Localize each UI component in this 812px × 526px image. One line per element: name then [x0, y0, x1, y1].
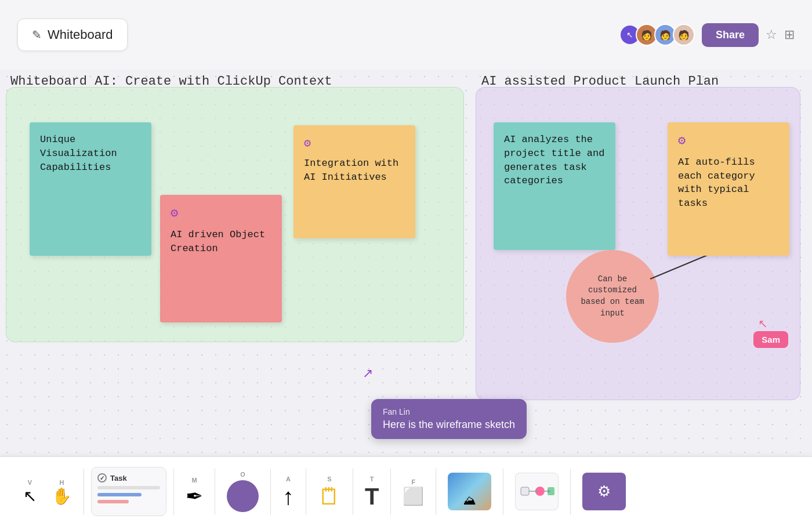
sticky-note-teal-1[interactable]: Unique Visualization Capabilities — [30, 122, 151, 256]
avatar-3: 🧑 — [673, 24, 695, 46]
circle-note: Can be customized based on team input — [566, 250, 659, 343]
toolbar-group-frame: F ⬜ — [391, 469, 436, 515]
toolbar-group-select: V ↖ H ✋ — [12, 469, 84, 515]
toolbar-group-shape: O — [215, 469, 271, 515]
toolbar-group-text: T T — [353, 469, 391, 515]
ai-tool-button[interactable]: ⚙ — [578, 469, 630, 514]
flow-preview — [515, 473, 559, 510]
marker-tool-button[interactable]: M ✒ — [181, 473, 208, 510]
circle-text: Can be customized based on team input — [575, 274, 650, 319]
whiteboard-title-button[interactable]: ✎ Whiteboard — [17, 19, 128, 51]
star-button[interactable]: ☆ — [766, 27, 777, 42]
header-right: ↖ 🧑 🧑 🧑 Share ☆ ⊞ — [621, 23, 795, 47]
svg-rect-2 — [521, 487, 529, 495]
toolbar-group-task: ✓ Task — [84, 469, 174, 515]
pink-cursor-icon: ↖ — [758, 317, 768, 331]
canvas[interactable]: Whiteboard AI: Create with ClickUp Conte… — [0, 70, 812, 456]
purple-group: AI analyzes the project title and genera… — [476, 87, 800, 400]
sticky-text: Integration with AI Initiatives — [304, 158, 398, 183]
task-bar-2 — [97, 493, 142, 496]
cursor-arrow-purple: ↗ — [362, 366, 373, 381]
more-options-button[interactable]: ⊞ — [784, 27, 795, 42]
circle-icon — [227, 480, 259, 512]
share-button[interactable]: Share — [702, 23, 759, 47]
sticky-note-orange-2[interactable]: ⚙ AI auto-fills each category with typic… — [668, 122, 789, 256]
flow-tool-button[interactable] — [510, 469, 563, 514]
toolbar-group-sticky: S 🗒 — [306, 469, 353, 515]
toolbar-group-flow — [503, 469, 571, 515]
sticky-note-orange-1[interactable]: ⚙ Integration with AI Initiatives — [293, 125, 415, 238]
sticky-text: Unique Visualization Capabilities — [40, 134, 117, 173]
ai-tool-icon: ⚙ — [582, 473, 626, 510]
hand-tool-button[interactable]: H ✋ — [47, 476, 77, 508]
cursor-tooltip: Fan Lin Here is the wireframe sketch — [371, 399, 527, 439]
sam-label: Sam — [753, 331, 788, 348]
toolbar-group-arrow: A ↑ — [271, 469, 306, 515]
toolbar-group-ai: ⚙ — [571, 469, 637, 515]
text-tool-button[interactable]: T T — [360, 472, 383, 512]
toolbar: V ↖ H ✋ ✓ Task M ✒ O — [0, 456, 812, 526]
select-tool-button[interactable]: V ↖ — [19, 476, 41, 508]
task-label: Task — [110, 474, 127, 483]
task-bar-3 — [97, 500, 129, 503]
image-preview — [448, 473, 491, 510]
task-bar-1 — [97, 486, 160, 489]
task-tool-button[interactable]: ✓ Task — [91, 467, 166, 516]
sticky-text: AI analyzes the project title and genera… — [504, 134, 604, 186]
sticky-tool-button[interactable]: S 🗒 — [313, 472, 346, 512]
ai-icon-orange: ⚙ — [304, 136, 405, 152]
image-tool-button[interactable] — [443, 469, 496, 514]
ai-icon-orange2: ⚙ — [678, 133, 779, 151]
check-icon: ✓ — [97, 473, 107, 483]
green-group: Unique Visualization Capabilities ⚙ AI d… — [6, 87, 464, 342]
sticky-note-teal-2[interactable]: AI analyzes the project title and genera… — [494, 122, 615, 250]
tooltip-message: Here is the wireframe sketch — [383, 419, 515, 431]
toolbar-group-marker: M ✒ — [174, 469, 215, 515]
shape-tool-button[interactable]: O — [222, 467, 263, 516]
header: ✎ Whiteboard ↖ 🧑 🧑 🧑 Share ☆ ⊞ — [0, 0, 812, 70]
arrow-tool-button[interactable]: A ↑ — [278, 472, 299, 512]
sticky-text: AI auto-fills each category with typical… — [678, 157, 755, 209]
tooltip-user: Fan Lin — [383, 407, 515, 416]
sticky-text: AI driven Object Creation — [171, 229, 265, 254]
frame-tool-button[interactable]: F ⬜ — [398, 475, 429, 509]
page-title: Whiteboard — [48, 27, 113, 42]
flow-diagram — [520, 478, 554, 505]
avatars-group: ↖ 🧑 🧑 🧑 — [621, 24, 695, 46]
header-left: ✎ Whiteboard — [17, 19, 128, 51]
sticky-note-pink-1[interactable]: ⚙ AI driven Object Creation — [160, 195, 282, 322]
toolbar-group-image — [436, 469, 503, 515]
edit-icon: ✎ — [32, 28, 42, 42]
ai-icon-pink: ⚙ — [171, 205, 271, 223]
